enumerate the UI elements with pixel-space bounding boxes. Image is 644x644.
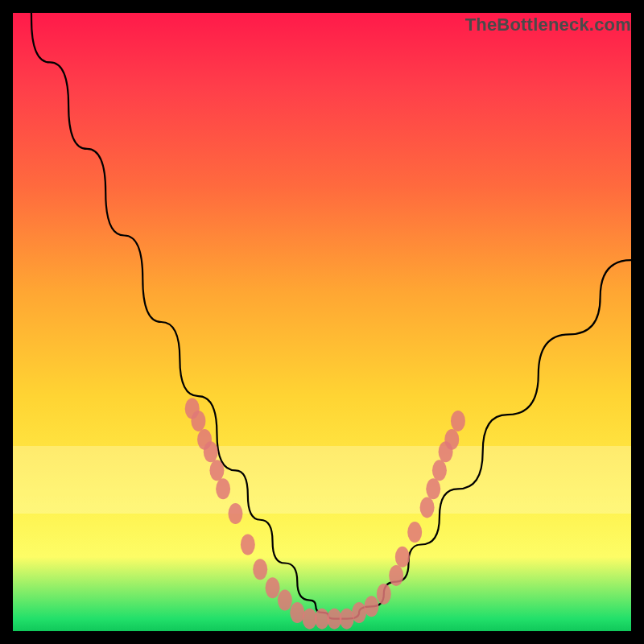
data-point [209,460,224,481]
data-point [432,460,447,481]
data-point [407,522,422,543]
data-point [364,596,378,617]
data-point [451,411,465,431]
data-point [420,497,435,518]
data-point [395,547,410,568]
chart-svg [13,13,631,631]
data-point [204,441,218,462]
data-point [426,478,440,499]
data-point [377,584,391,605]
data-point [352,602,366,623]
data-point [228,503,242,524]
data-point [216,478,230,499]
scatter-points [185,398,465,630]
data-point [389,565,403,586]
data-point [315,609,329,630]
data-point [327,609,341,630]
chart-frame: TheBottleneck.com [13,13,631,631]
data-point [340,609,354,630]
data-point [191,411,205,431]
data-point [444,429,459,450]
bottleneck-curve [13,13,631,619]
data-point [266,577,280,598]
data-point [290,602,304,623]
data-point [278,590,292,611]
data-point [253,559,267,580]
data-point [303,609,317,630]
data-point [241,534,255,555]
